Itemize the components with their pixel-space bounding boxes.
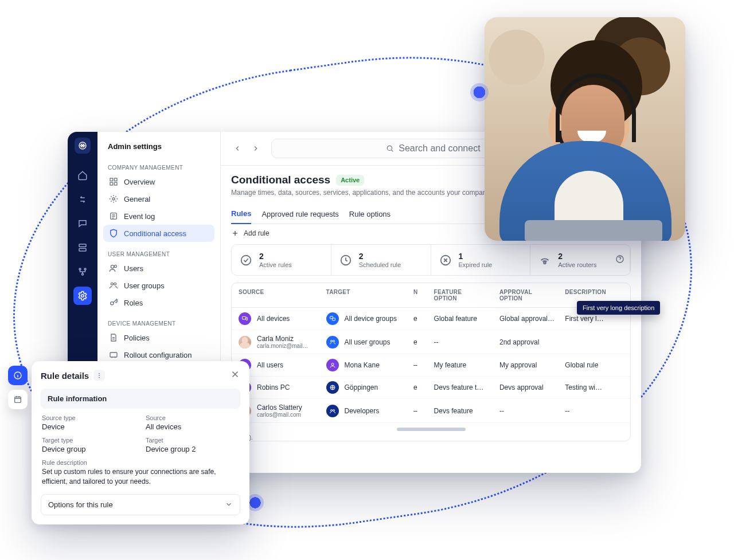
support-agent-photo: [485, 17, 685, 241]
rule-desc-value: Set up custom rules to ensure your conne…: [42, 467, 239, 487]
tab-rule-options[interactable]: Rule options: [349, 205, 391, 224]
row-actions-button[interactable]: [616, 399, 630, 423]
table-cell-source[interactable]: All devices: [232, 308, 319, 330]
chevron-down-icon: [225, 500, 233, 508]
sidebar-item-label: User groups: [124, 281, 165, 290]
help-icon[interactable]: [615, 254, 624, 266]
sidebar-item-general[interactable]: General: [103, 190, 214, 207]
row-actions-button[interactable]: [616, 330, 630, 354]
truncated-footnote: /iewer).: [232, 431, 630, 441]
entity-pill-icon: [239, 336, 251, 348]
table-cell-n: –: [407, 399, 427, 423]
source-type-label: Source type: [42, 414, 135, 421]
table-cell-feature: Devs feature: [427, 399, 493, 423]
sidebar-item-user-groups[interactable]: User groups: [103, 277, 214, 294]
svg-point-55: [99, 375, 100, 376]
svg-rect-1: [79, 244, 86, 247]
table-cell-target[interactable]: Developers: [319, 399, 407, 423]
stat-scheduled-rule: 2Scheduled rule: [331, 245, 431, 275]
col-target[interactable]: TARGET: [319, 283, 407, 308]
sidebar-item-label: Overview: [124, 178, 155, 186]
rail-home-icon[interactable]: [73, 166, 92, 185]
col-feature[interactable]: FEATURE OPTION: [427, 283, 493, 308]
sidebar-item-conditional-access[interactable]: Conditional access: [103, 225, 214, 242]
table-cell-approval: Devs approval: [493, 377, 558, 399]
svg-point-47: [330, 409, 332, 411]
table-cell-target[interactable]: All user groups: [319, 330, 407, 354]
stats-bar: 2Active rules 2Scheduled rule 1Expired r…: [231, 244, 631, 276]
svg-point-56: [99, 377, 100, 378]
svg-rect-8: [114, 178, 117, 181]
rail-settings-icon[interactable]: [73, 287, 92, 305]
svg-point-54: [99, 373, 100, 374]
table-cell-target[interactable]: Mona Kane: [319, 354, 407, 377]
details-side-tabs: [8, 366, 28, 409]
svg-point-19: [388, 146, 392, 150]
sidebar-group-label: COMPANY MANAGEMENT: [103, 159, 214, 173]
target-type-label: Target type: [42, 437, 135, 444]
stat-label: Active routers: [558, 261, 596, 268]
stat-label: Scheduled rule: [359, 261, 401, 268]
add-rule-label: Add rule: [244, 229, 270, 237]
forward-button[interactable]: [248, 141, 263, 156]
sidebar-item-overview[interactable]: Overview: [103, 173, 214, 190]
entity-pill-icon: [326, 312, 339, 325]
table-cell-approval: 2nd approval: [493, 330, 558, 354]
svg-rect-26: [246, 318, 248, 320]
tab-approved-requests[interactable]: Approved rule requests: [261, 205, 338, 224]
tab-rules[interactable]: Rules: [231, 205, 251, 224]
table-cell-target[interactable]: Göppingen: [319, 377, 407, 399]
table-cell-target[interactable]: All device groups: [319, 308, 407, 330]
entity-pill-icon: [326, 336, 339, 348]
details-section-title: Rule information: [41, 389, 240, 409]
sidebar-item-users[interactable]: Users: [103, 260, 214, 277]
table-cell-description: --: [558, 399, 616, 423]
sidebar-group-label: USER MANAGEMENT: [103, 245, 214, 260]
table-cell-n: e: [407, 330, 427, 354]
target-type-value: Device group: [42, 445, 135, 453]
sidebar-group-label: DEVICE MANAGEMENT: [103, 315, 214, 329]
plus-icon: [231, 229, 239, 237]
table-cell-n: –: [407, 354, 427, 377]
svg-point-15: [111, 283, 113, 285]
svg-rect-25: [243, 317, 246, 320]
search-icon: [386, 144, 394, 152]
source-label: Source: [146, 414, 239, 421]
svg-point-33: [333, 340, 334, 342]
svg-point-48: [333, 409, 334, 411]
details-more-icon[interactable]: [93, 370, 105, 381]
rail-transfer-icon[interactable]: [73, 190, 92, 209]
options-toggle[interactable]: Options for this rule: [41, 494, 240, 515]
sidebar-item-policies[interactable]: Policies: [103, 329, 214, 346]
table-cell-feature: Global feature: [427, 308, 493, 330]
rail-stack-icon[interactable]: [73, 238, 92, 257]
rules-table: SOURCE TARGET N FEATURE OPTION APPROVAL …: [231, 283, 631, 441]
stat-expired-rule: 1Expired rule: [431, 245, 531, 275]
svg-point-5: [82, 273, 84, 275]
entity-pill-icon: [326, 381, 339, 394]
col-approval[interactable]: APPROVAL OPTION: [493, 283, 558, 308]
stat-label: Expired rule: [459, 261, 493, 268]
svg-point-20: [241, 255, 251, 265]
options-label: Options for this rule: [48, 500, 113, 509]
sidebar-item-label: Users: [124, 264, 143, 273]
app-logo: [75, 138, 91, 154]
sidebar-item-roles[interactable]: Roles: [103, 294, 214, 311]
col-n[interactable]: N: [407, 283, 427, 308]
details-tab-schedule-icon[interactable]: [8, 390, 28, 409]
close-icon[interactable]: [230, 369, 240, 382]
rail-workflow-icon[interactable]: [73, 263, 92, 281]
svg-rect-53: [15, 397, 21, 402]
rail-chat-icon[interactable]: [73, 214, 92, 233]
svg-point-6: [81, 295, 84, 297]
col-source[interactable]: SOURCE: [232, 283, 319, 308]
rule-desc-label: Rule description: [42, 459, 239, 466]
sidebar-item-event-log[interactable]: Event log: [103, 207, 214, 225]
table-cell-source[interactable]: Carla Monizcarla.moniz@mail…: [232, 330, 319, 354]
table-cell-n: e: [407, 377, 427, 399]
row-actions-button[interactable]: [616, 377, 630, 399]
row-actions-button[interactable]: [616, 354, 630, 377]
back-button[interactable]: [230, 141, 245, 156]
table-cell-approval: --: [493, 399, 558, 423]
details-tab-info-icon[interactable]: [8, 366, 28, 385]
